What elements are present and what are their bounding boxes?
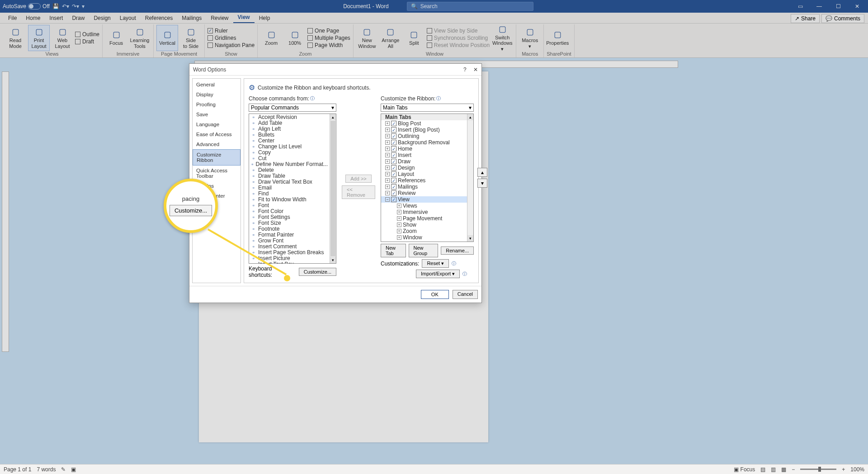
choose-commands-dropdown[interactable]: Popular Commands▾ xyxy=(249,104,336,112)
rename-button[interactable]: Rename... xyxy=(441,246,474,255)
command-item[interactable]: ▫Center xyxy=(249,137,330,143)
zoom-level[interactable]: 100% xyxy=(850,466,864,473)
move-down-button[interactable]: ▾ xyxy=(477,179,487,188)
new-group-button[interactable]: New Group xyxy=(409,244,439,257)
dialog-titlebar: Word Options ? ✕ xyxy=(189,64,481,76)
nav-ease-of-access[interactable]: Ease of Access xyxy=(193,129,241,139)
nav-save[interactable]: Save xyxy=(193,109,241,119)
nav-advanced[interactable]: Advanced xyxy=(193,139,241,149)
command-item[interactable]: ▫Bullets xyxy=(249,132,330,137)
command-item[interactable]: ▫Insert Page Section Breaks xyxy=(249,249,330,255)
command-item[interactable]: ▫Font Settings xyxy=(249,214,330,220)
close-icon[interactable]: ✕ xyxy=(473,66,478,73)
nav-display[interactable]: Display xyxy=(193,90,241,100)
tree-item-review[interactable]: +✓Review xyxy=(381,190,467,196)
info-icon[interactable]: ⓘ xyxy=(462,271,467,277)
tree-child-window[interactable]: +Window xyxy=(381,234,467,241)
tree-item-mailings[interactable]: +✓Mailings xyxy=(381,184,467,190)
nav-language[interactable]: Language xyxy=(193,119,241,129)
dialog-title: Word Options xyxy=(193,66,226,73)
command-item[interactable]: ▫Font Size xyxy=(249,220,330,226)
command-item[interactable]: ▫Delete xyxy=(249,167,330,173)
command-item[interactable]: ▫Align Left xyxy=(249,126,330,132)
view-web-layout-icon[interactable]: ▦ xyxy=(781,466,786,473)
customizations-label: Customizations: xyxy=(381,261,419,267)
tree-item-references[interactable]: +✓References xyxy=(381,177,467,184)
customize-button[interactable]: Customize... xyxy=(299,268,336,276)
tree-item-draw[interactable]: +✓Draw xyxy=(381,158,467,165)
zoom-out-button[interactable]: − xyxy=(792,466,795,473)
tree-child-show[interactable]: +Show xyxy=(381,222,467,228)
scrollbar[interactable]: ▴▾ xyxy=(467,114,473,242)
remove-button[interactable]: << Remove xyxy=(342,185,375,199)
command-item[interactable]: ▫Format Painter xyxy=(249,232,330,237)
move-up-button[interactable]: ▴ xyxy=(477,168,487,177)
word-count[interactable]: 7 words xyxy=(37,466,56,473)
customize-ribbon-label: Customize the Ribbon:ⓘ xyxy=(381,95,474,102)
info-icon[interactable]: ⓘ xyxy=(452,261,456,267)
choose-commands-label: Choose commands from:ⓘ xyxy=(249,95,336,102)
info-icon[interactable]: ⓘ xyxy=(436,95,441,102)
tree-child-zoom[interactable]: +Zoom xyxy=(381,228,467,234)
customize-ribbon-icon: ⚙ xyxy=(249,83,255,92)
tree-item-outlining[interactable]: +✓Outlining xyxy=(381,133,467,139)
zoom-slider[interactable] xyxy=(800,469,836,470)
view-print-layout-icon[interactable]: ▤ xyxy=(760,466,765,473)
nav-general[interactable]: General xyxy=(193,80,241,90)
command-item[interactable]: ▫Add Table xyxy=(249,120,330,126)
command-item[interactable]: ▫Font Color xyxy=(249,208,330,214)
tree-item-view[interactable]: −✓View xyxy=(381,196,467,203)
focus-mode-button[interactable]: ▣ Focus xyxy=(734,466,755,473)
view-read-mode-icon[interactable]: ▥ xyxy=(771,466,776,473)
tree-item-insert[interactable]: +✓Insert xyxy=(381,152,467,158)
tree-item-design[interactable]: +✓Design xyxy=(381,165,467,171)
command-item[interactable]: ▫Grow Font xyxy=(249,237,330,243)
nav-customize-ribbon[interactable]: Customize Ribbon xyxy=(193,149,241,166)
macro-status-icon[interactable]: ▣ xyxy=(71,466,76,473)
command-item[interactable]: ▫Cut xyxy=(249,155,330,161)
tree-child-views[interactable]: +Views xyxy=(381,203,467,209)
tree-child-macros[interactable]: +Macros xyxy=(381,241,467,242)
add-button[interactable]: Add >> xyxy=(345,175,371,183)
reset-button[interactable]: Reset ▾ xyxy=(422,259,449,268)
nav-proofing[interactable]: Proofing xyxy=(193,100,241,109)
tree-item-home[interactable]: +✓Home xyxy=(381,146,467,152)
scrollbar[interactable]: ▴▾ xyxy=(330,114,336,263)
callout-magnifier: pacing Customize... xyxy=(164,179,218,233)
command-item[interactable]: ▫Define New Number Format... xyxy=(249,161,330,167)
tree-child-immersive[interactable]: +Immersive xyxy=(381,209,467,215)
tree-item-layout[interactable]: +✓Layout xyxy=(381,171,467,177)
tree-header: Main Tabs xyxy=(381,114,467,120)
tree-child-page-movement[interactable]: +Page Movement xyxy=(381,215,467,222)
tree-item-blogpost[interactable]: +✓Blog Post xyxy=(381,120,467,127)
command-item[interactable]: ▫Draw Table xyxy=(249,173,330,179)
chevron-down-icon: ▾ xyxy=(331,104,334,111)
customize-ribbon-dropdown[interactable]: Main Tabs▾ xyxy=(381,104,474,112)
import-export-button[interactable]: Import/Export ▾ xyxy=(416,270,460,278)
ok-button[interactable]: OK xyxy=(421,290,449,299)
cancel-button[interactable]: Cancel xyxy=(453,290,478,299)
tree-item-insertblogpost[interactable]: +✓Insert (Blog Post) xyxy=(381,127,467,133)
zoom-in-button[interactable]: + xyxy=(842,466,845,473)
command-item[interactable]: ▫Find xyxy=(249,190,330,196)
info-icon[interactable]: ⓘ xyxy=(310,95,315,102)
spellcheck-icon[interactable]: ✎ xyxy=(61,466,66,473)
command-item[interactable]: ▫Copy xyxy=(249,149,330,155)
command-item[interactable]: ▫Insert Comment xyxy=(249,243,330,249)
command-item[interactable]: ▫Font xyxy=(249,202,330,208)
ribbon-tree[interactable]: Main Tabs+✓Blog Post+✓Insert (Blog Post)… xyxy=(381,114,474,242)
command-item[interactable]: ▫Accept Revision xyxy=(249,114,330,120)
command-item[interactable]: ▫Draw Vertical Text Box xyxy=(249,179,330,185)
new-tab-button[interactable]: New Tab xyxy=(381,244,406,257)
command-item[interactable]: ▫Footnote xyxy=(249,226,330,232)
chevron-down-icon: ▾ xyxy=(469,104,472,111)
help-icon[interactable]: ? xyxy=(463,66,467,73)
page-status[interactable]: Page 1 of 1 xyxy=(4,466,31,473)
commands-listbox[interactable]: ▫Accept Revision▫Add Table▫Align Left▫Bu… xyxy=(249,114,336,264)
nav-quick-access-toolbar[interactable]: Quick Access Toolbar xyxy=(193,166,241,181)
command-item[interactable]: ▫Email xyxy=(249,185,330,190)
callout-dot xyxy=(284,275,290,281)
tree-item-backgroundremoval[interactable]: +✓Background Removal xyxy=(381,139,467,146)
command-item[interactable]: ▫Fit to Window Width xyxy=(249,196,330,202)
command-item[interactable]: ▫Change List Level xyxy=(249,143,330,149)
